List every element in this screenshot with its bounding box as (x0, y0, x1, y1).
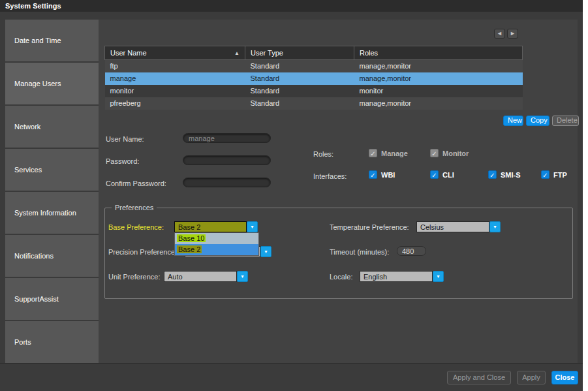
smi-s-label: SMI-S (501, 171, 521, 179)
precision-preference-label: Precision Preference: (108, 248, 177, 256)
dialog-titlebar: System Settings (0, 0, 583, 12)
sidebar-item-supportassist[interactable]: SupportAssist (5, 278, 99, 321)
column-header-user-name[interactable]: User Name▲ (105, 46, 245, 60)
column-header-user-type[interactable]: User Type (245, 46, 354, 60)
cli-checkbox[interactable] (430, 170, 439, 179)
sidebar-item-network[interactable]: Network (5, 106, 99, 149)
sidebar-item-label: Services (14, 166, 42, 174)
cell-roles: monitor (354, 85, 523, 97)
unit-preference-label: Unit Preference: (108, 273, 160, 281)
interfaces-label: Interfaces: (313, 172, 347, 180)
cli-label: CLI (442, 171, 454, 179)
temperature-preference-select[interactable]: Celsius (416, 221, 489, 232)
column-header-label: Roles (360, 49, 378, 57)
system-settings-window: System Settings Date and Time Manage Use… (0, 0, 588, 391)
dropdown-option-base-2[interactable]: Base 2 (175, 244, 258, 255)
manage-role-label: Manage (381, 149, 408, 157)
sidebar-item-label: SupportAssist (14, 295, 59, 303)
column-header-roles[interactable]: Roles (354, 46, 523, 60)
roles-label: Roles: (313, 150, 333, 158)
base-preference-select[interactable]: Base 2 (174, 221, 247, 232)
confirm-password-label: Confirm Password: (106, 180, 166, 187)
cell-roles: manage,monitor (354, 60, 523, 72)
users-table-header-row: User Name▲ User Type Roles (105, 46, 523, 60)
table-row-ftp[interactable]: ftp Standard manage,monitor (105, 60, 523, 72)
cell-roles: manage,monitor (354, 97, 523, 110)
sidebar-item-label: Ports (14, 338, 31, 346)
cell-user-name: ftp (105, 60, 245, 72)
users-table: User Name▲ User Type Roles ftp Standard … (104, 46, 523, 110)
ftp-label: FTP (553, 171, 567, 179)
dialog-title: System Settings (5, 2, 61, 10)
user-name-input[interactable] (183, 133, 271, 143)
locale-select[interactable]: English (360, 271, 433, 282)
table-row-manage[interactable]: manage Standard manage,monitor (105, 72, 523, 85)
sidebar-item-label: Manage Users (14, 80, 61, 87)
cell-user-name: monitor (105, 85, 245, 97)
smi-s-checkbox[interactable] (488, 170, 497, 179)
preferences-legend: Preferences (112, 204, 157, 211)
wbi-checkbox[interactable] (369, 170, 377, 179)
new-button[interactable]: New (503, 116, 523, 126)
delete-button[interactable]: Delete (552, 116, 579, 126)
timeout-label: Timeout (minutes): (330, 248, 389, 256)
sidebar: Date and Time Manage Users Network Servi… (5, 20, 99, 363)
close-button[interactable]: Close (551, 371, 578, 384)
manage-users-panel: User Name▲ User Type Roles ftp Standard … (99, 20, 578, 363)
locale-label: Locale: (330, 273, 352, 281)
sidebar-item-date-and-time[interactable]: Date and Time (5, 20, 99, 63)
locale-dropdown-icon[interactable] (433, 271, 444, 282)
base-preference-dropdown-icon[interactable] (247, 221, 258, 232)
sidebar-item-system-information[interactable]: System Information (5, 192, 99, 235)
sidebar-item-services[interactable]: Services (5, 149, 99, 192)
cell-user-type: Standard (245, 60, 354, 72)
monitor-role-checkbox[interactable] (430, 149, 439, 157)
monitor-role-label: Monitor (442, 149, 469, 157)
password-input[interactable] (183, 155, 271, 165)
ftp-checkbox[interactable] (541, 170, 549, 179)
dropdown-option-label: Base 10 (177, 234, 206, 242)
cell-user-type: Standard (245, 97, 354, 110)
cell-user-type: Standard (245, 72, 354, 85)
apply-button[interactable]: Apply (517, 371, 546, 384)
forward-arrow-button[interactable] (507, 29, 518, 39)
confirm-password-input[interactable] (183, 178, 271, 187)
cell-user-type: Standard (245, 85, 354, 97)
sort-asc-icon: ▲ (234, 50, 240, 56)
footer-divider (0, 363, 583, 364)
apply-and-close-button[interactable]: Apply and Close (447, 371, 511, 384)
table-row-pfreeberg[interactable]: pfreeberg Standard manage,monitor (105, 97, 523, 110)
base-preference-dropdown-list: Base 10 Base 2 (174, 232, 259, 256)
unit-preference-select[interactable]: Auto (164, 271, 237, 282)
precision-preference-dropdown-icon[interactable] (260, 246, 271, 257)
sidebar-item-notifications[interactable]: Notifications (5, 235, 99, 278)
base-preference-label: Base Preference: (108, 223, 164, 231)
column-header-label: User Type (251, 49, 283, 57)
password-label: Password: (106, 157, 139, 165)
table-row-monitor[interactable]: monitor Standard monitor (105, 85, 523, 97)
unit-preference-dropdown-icon[interactable] (237, 271, 248, 282)
cell-user-name: pfreeberg (105, 97, 245, 110)
user-name-label: User Name: (106, 135, 144, 143)
dropdown-option-base-10[interactable]: Base 10 (175, 233, 258, 244)
cell-user-name: manage (105, 72, 245, 85)
wbi-label: WBI (381, 171, 395, 179)
copy-button[interactable]: Copy (526, 116, 549, 126)
timeout-input[interactable] (397, 246, 426, 256)
temperature-preference-label: Temperature Preference: (330, 223, 409, 231)
sidebar-item-label: Network (14, 123, 40, 131)
column-header-label: User Name (110, 49, 147, 57)
sidebar-item-manage-users[interactable]: Manage Users (5, 63, 99, 106)
sidebar-item-ports[interactable]: Ports (5, 321, 99, 363)
manage-role-checkbox[interactable] (369, 149, 377, 157)
temperature-preference-dropdown-icon[interactable] (489, 221, 501, 232)
sidebar-item-label: Date and Time (14, 37, 61, 44)
cell-roles: manage,monitor (354, 72, 523, 85)
sidebar-item-label: Notifications (14, 252, 54, 260)
sidebar-item-label: System Information (14, 209, 76, 217)
back-arrow-button[interactable] (494, 29, 505, 39)
dropdown-option-label: Base 2 (177, 245, 202, 253)
page-background-strip (583, 0, 588, 391)
